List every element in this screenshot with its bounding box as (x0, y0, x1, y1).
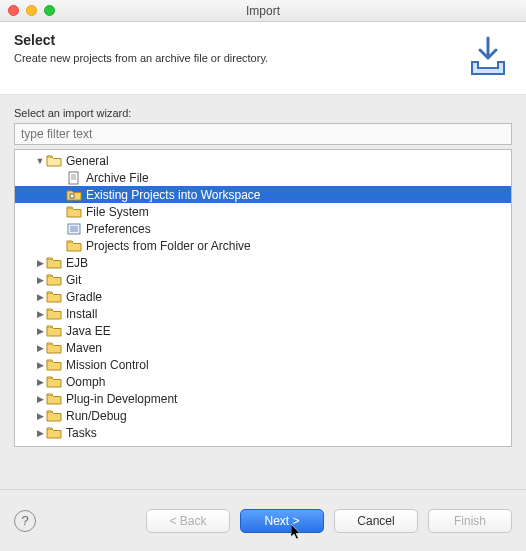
tree-label: Oomph (66, 375, 105, 389)
folder-icon (46, 307, 62, 321)
tree-label: Install (66, 307, 97, 321)
tree-category-run-debug[interactable]: Run/Debug (15, 407, 511, 424)
svg-rect-4 (70, 194, 74, 198)
tree-label: Maven (66, 341, 102, 355)
folder-icon (46, 256, 62, 270)
next-button[interactable]: Next > (240, 509, 324, 533)
tree-category-java-ee[interactable]: Java EE (15, 322, 511, 339)
tree-category-gradle[interactable]: Gradle (15, 288, 511, 305)
folder-icon (66, 205, 82, 219)
tree-category-mission-control[interactable]: Mission Control (15, 356, 511, 373)
tree-label: Plug-in Development (66, 392, 177, 406)
tree-label: Projects from Folder or Archive (86, 239, 251, 253)
tree-item-projects-from-folder[interactable]: Projects from Folder or Archive (15, 237, 511, 254)
tree-item-archive-file[interactable]: Archive File (15, 169, 511, 186)
folder-icon (46, 273, 62, 287)
tree-category-git[interactable]: Git (15, 271, 511, 288)
proj-icon (66, 188, 82, 202)
tree-category-general[interactable]: General (15, 152, 511, 169)
wizard-body: Select an import wizard: General Archive… (0, 95, 526, 455)
finish-button-label: Finish (454, 514, 486, 528)
folder-icon (46, 358, 62, 372)
wizard-select-label: Select an import wizard: (14, 107, 512, 119)
chevron-right-icon[interactable] (35, 377, 45, 387)
chevron-right-icon[interactable] (35, 394, 45, 404)
folder-icon (66, 239, 82, 253)
wizard-footer: ? < Back Next > Cancel Finish (0, 489, 526, 551)
tree-category-tasks[interactable]: Tasks (15, 424, 511, 441)
folder-open-icon (46, 154, 62, 168)
chevron-right-icon[interactable] (35, 309, 45, 319)
tree-label: Mission Control (66, 358, 149, 372)
wizard-tree[interactable]: General Archive File Existing Projects i… (14, 149, 512, 447)
tree-label: General (66, 154, 109, 168)
filter-input[interactable] (14, 123, 512, 145)
back-button-label: < Back (169, 514, 206, 528)
folder-icon (46, 324, 62, 338)
tree-item-existing-projects[interactable]: Existing Projects into Workspace (15, 186, 511, 203)
tree-category-oomph[interactable]: Oomph (15, 373, 511, 390)
tree-label: Git (66, 273, 81, 287)
tree-label: Archive File (86, 171, 149, 185)
tree-label: EJB (66, 256, 88, 270)
tree-item-preferences[interactable]: Preferences (15, 220, 511, 237)
cancel-button-label: Cancel (357, 514, 394, 528)
tree-label: Existing Projects into Workspace (86, 188, 261, 202)
chevron-right-icon[interactable] (35, 258, 45, 268)
tree-label: Java EE (66, 324, 111, 338)
tree-item-file-system[interactable]: File System (15, 203, 511, 220)
import-banner-icon (464, 32, 512, 80)
folder-icon (46, 409, 62, 423)
chevron-right-icon[interactable] (35, 326, 45, 336)
chevron-right-icon[interactable] (35, 292, 45, 302)
folder-icon (46, 392, 62, 406)
cursor-icon (291, 524, 304, 543)
folder-icon (46, 375, 62, 389)
tree-label: Run/Debug (66, 409, 127, 423)
chevron-right-icon[interactable] (35, 343, 45, 353)
back-button: < Back (146, 509, 230, 533)
tree-category-ejb[interactable]: EJB (15, 254, 511, 271)
tree-category-install[interactable]: Install (15, 305, 511, 322)
chevron-right-icon[interactable] (35, 411, 45, 421)
tree-category-maven[interactable]: Maven (15, 339, 511, 356)
chevron-right-icon[interactable] (35, 428, 45, 438)
chevron-right-icon[interactable] (35, 360, 45, 370)
page-description: Create new projects from an archive file… (14, 52, 454, 64)
tree-label: File System (86, 205, 149, 219)
tree-label: Tasks (66, 426, 97, 440)
close-icon[interactable] (8, 5, 19, 16)
window-controls (8, 5, 55, 16)
finish-button: Finish (428, 509, 512, 533)
doc-icon (66, 171, 82, 185)
window-title: Import (0, 4, 526, 18)
prefs-icon (66, 222, 82, 236)
maximize-icon[interactable] (44, 5, 55, 16)
cancel-button[interactable]: Cancel (334, 509, 418, 533)
tree-label: Preferences (86, 222, 151, 236)
titlebar: Import (0, 0, 526, 22)
chevron-down-icon[interactable] (35, 156, 45, 166)
wizard-header: Select Create new projects from an archi… (0, 22, 526, 95)
tree-label: Gradle (66, 290, 102, 304)
svg-rect-0 (69, 172, 78, 184)
folder-icon (46, 290, 62, 304)
folder-icon (46, 341, 62, 355)
folder-icon (46, 426, 62, 440)
tree-category-plugin-dev[interactable]: Plug-in Development (15, 390, 511, 407)
minimize-icon[interactable] (26, 5, 37, 16)
help-button[interactable]: ? (14, 510, 36, 532)
page-title: Select (14, 32, 454, 48)
chevron-right-icon[interactable] (35, 275, 45, 285)
